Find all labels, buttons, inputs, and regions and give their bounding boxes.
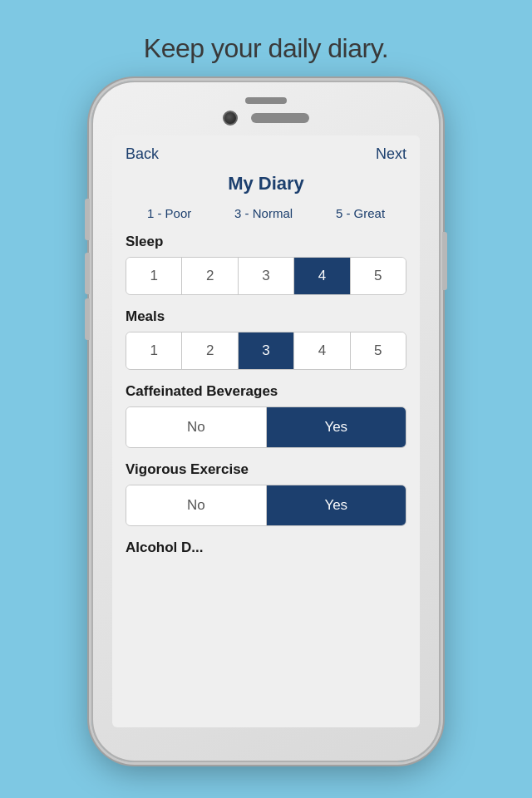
page-title: My Diary xyxy=(112,170,420,206)
exercise-no[interactable]: No xyxy=(126,485,267,525)
exercise-label: Vigorous Exercise xyxy=(112,461,420,485)
meals-option-4[interactable]: 4 xyxy=(294,332,350,369)
phone-top xyxy=(93,82,439,126)
meals-option-5[interactable]: 5 xyxy=(351,332,406,369)
caffeine-yes[interactable]: Yes xyxy=(267,407,406,447)
exercise-toggle-row: No Yes xyxy=(126,485,406,526)
scale-legend: 1 - Poor 3 - Normal 5 - Great xyxy=(112,206,420,234)
sleep-sensor xyxy=(245,97,287,104)
meals-option-1[interactable]: 1 xyxy=(126,332,182,369)
speaker-grille xyxy=(251,113,309,123)
scale-high: 5 - Great xyxy=(336,206,385,220)
sleep-option-4[interactable]: 4 xyxy=(294,258,350,294)
content-scroll: Sleep 1 2 3 4 5 Meals 1 2 3 4 5 Caffeina… xyxy=(112,234,420,727)
sleep-option-1[interactable]: 1 xyxy=(126,258,182,294)
meals-option-3[interactable]: 3 xyxy=(239,332,294,369)
back-button[interactable]: Back xyxy=(126,145,159,163)
meals-rating-row: 1 2 3 4 5 xyxy=(126,332,406,370)
caffeine-no[interactable]: No xyxy=(126,407,267,447)
alcohol-label: Alcohol D... xyxy=(112,539,420,563)
sleep-option-2[interactable]: 2 xyxy=(182,258,238,294)
scale-mid: 3 - Normal xyxy=(234,206,293,220)
tagline: Keep your daily diary. xyxy=(144,33,388,64)
meals-label: Meals xyxy=(112,308,420,332)
caffeine-toggle-row: No Yes xyxy=(126,406,406,448)
sleep-label: Sleep xyxy=(112,234,420,257)
exercise-yes[interactable]: Yes xyxy=(267,485,406,525)
camera-icon xyxy=(223,111,238,126)
sleep-rating-row: 1 2 3 4 5 xyxy=(126,257,406,295)
camera-speaker-row xyxy=(223,111,309,126)
scale-low: 1 - Poor xyxy=(147,206,191,220)
caffeine-label: Caffeinated Beverages xyxy=(112,383,420,406)
sleep-option-3[interactable]: 3 xyxy=(239,258,294,294)
meals-option-2[interactable]: 2 xyxy=(182,332,238,369)
nav-bar: Back Next xyxy=(112,135,420,170)
phone-shell: Back Next My Diary 1 - Poor 3 - Normal 5… xyxy=(91,81,441,762)
next-button[interactable]: Next xyxy=(376,145,406,163)
sleep-option-5[interactable]: 5 xyxy=(351,258,406,294)
phone-screen: Back Next My Diary 1 - Poor 3 - Normal 5… xyxy=(112,135,420,727)
